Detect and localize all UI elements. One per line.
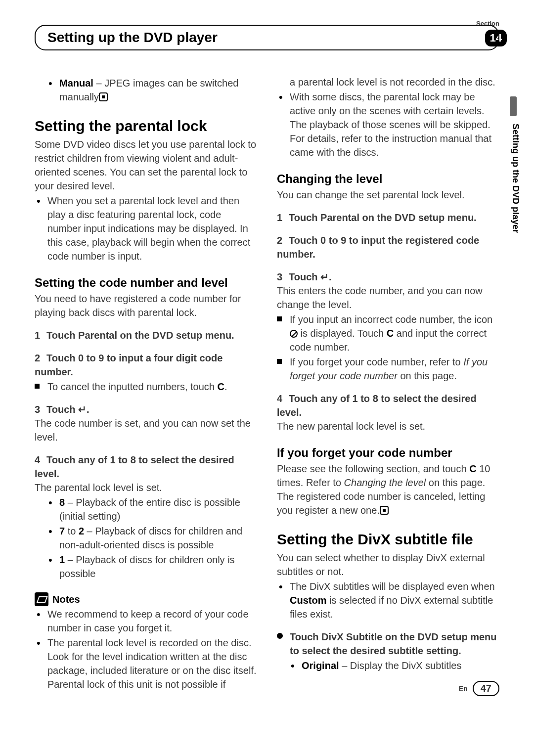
step-4: 4Touch any of 1 to 8 to select the desir… [35,453,257,481]
side-section-title: Setting up the DVD player [510,124,521,233]
cont-2: With some discs, the parental lock may b… [290,90,499,159]
cstep-3: 3Touch ↵. [277,270,499,284]
note-2: The parental lock level is recorded on t… [47,636,257,691]
level-7-2: 7 to 2 – Playback of discs for children … [59,524,257,552]
divx-bullet: The DivX subtitles will be displayed eve… [290,579,499,621]
parental-bullet: When you set a parental lock level and t… [47,194,257,263]
code-intro: You need to have registered a code numbe… [35,292,257,319]
stop-icon [99,92,108,101]
heading-divx: Setting the DivX subtitle file [277,531,499,548]
cstep-1: 1Touch Parental on the DVD setup menu. [277,211,499,224]
heading-forget-code: If you forget your code number [277,446,499,460]
left-column: Manual – JPEG images can be switched man… [35,75,257,691]
csq-2: If you forget your code number, refer to… [277,355,499,383]
page-title: Setting up the DVD player [47,30,218,45]
prohibit-icon [290,330,298,338]
level-1: 1 – Playback of discs for children only … [59,553,257,580]
manual-label: Manual [59,78,93,89]
stop-icon [380,506,389,515]
cstep-3-sub: This enters the code number, and you can… [277,284,499,311]
footer-lang: En [459,685,468,693]
change-intro: You can change the set parental lock lev… [277,188,499,202]
step-3-sub: The code number is set, and you can now … [35,416,257,444]
step-2-sub: To cancel the inputted numbers, touch C. [35,380,257,394]
level-8: 8 – Playback of the entire disc is possi… [59,495,257,523]
note-1: We recommend to keep a record of your co… [47,607,257,635]
forget-text: Please see the following section, and to… [277,462,499,517]
footer-page-number: 47 [473,681,499,696]
page-header: Setting up the DVD player [35,25,499,50]
parental-intro: Some DVD video discs let you use parenta… [35,137,257,193]
notes-icon [35,592,48,606]
cstep-2: 2Touch 0 to 9 to input the registered co… [277,233,499,261]
notes-header: Notes [35,592,257,606]
heading-code-level: Setting the code number and level [35,276,257,290]
page-footer: En 47 [459,681,499,696]
heading-parental-lock: Setting the parental lock [35,118,257,134]
csq-1: If you input an incorrect code number, t… [277,312,499,354]
step-2: 2Touch 0 to 9 to input a four digit code… [35,351,257,379]
side-tab-marker [510,96,517,116]
manual-bullet: Manual – JPEG images can be switched man… [59,76,257,104]
notes-label: Notes [52,594,80,605]
heading-changing-level: Changing the level [277,172,499,186]
cstep-4: 4Touch any of 1 to 8 to select the desir… [277,392,499,419]
cont-1: a parental lock level is not recorded in… [277,75,499,89]
right-column: a parental lock level is not recorded in… [277,75,499,691]
divx-intro: You can select whether to display DivX e… [277,551,499,578]
step-4-sub: The parental lock level is set. [35,481,257,494]
divx-step: Touch DivX Subtitle on the DVD setup men… [277,630,499,658]
step-3: 3Touch ↵. [35,402,257,416]
step-1: 1Touch Parental on the DVD setup menu. [35,328,257,342]
cstep-4-sub: The new parental lock level is set. [277,419,499,433]
divx-original: Original – Display the DivX subtitles [302,659,499,672]
